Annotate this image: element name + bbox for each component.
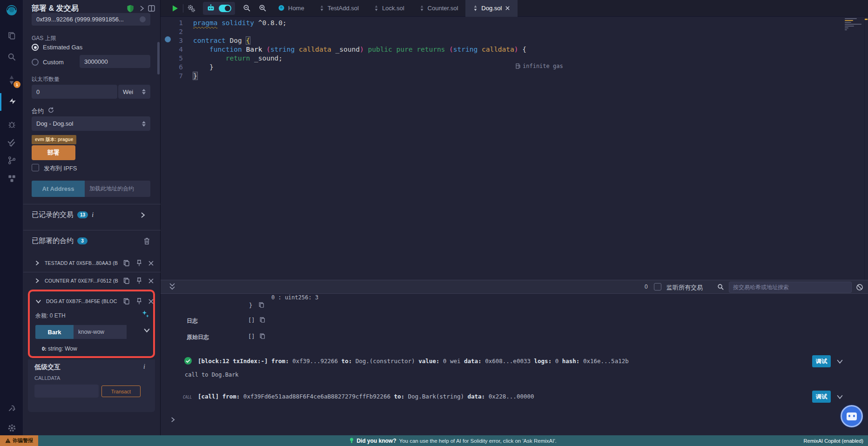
tx-log-call[interactable]: [call] from: 0xf39Fd6e51aad88F6F4ce6aB88… xyxy=(198,393,803,400)
info-icon[interactable]: i xyxy=(92,211,94,219)
remix-ai-assistant-button[interactable] xyxy=(841,405,863,427)
copy-icon[interactable] xyxy=(259,317,266,323)
code-line[interactable]: 2 xyxy=(161,27,868,36)
code-line[interactable]: 5 return _sound; xyxy=(161,54,868,63)
scrolled-return-line: 0 : uint256: 3 xyxy=(271,294,318,301)
custom-gas-input[interactable] xyxy=(80,55,150,68)
file-explorer-icon[interactable] xyxy=(0,27,23,44)
pin-icon[interactable] xyxy=(136,297,142,305)
scam-alert-badge[interactable]: 诈骗警报 xyxy=(0,435,38,446)
code-line[interactable]: 4 function Bark (string calldata _sound)… xyxy=(161,45,868,54)
value-unit-select[interactable]: Wei xyxy=(118,85,150,99)
robot-icon[interactable] xyxy=(207,4,215,12)
debug-button[interactable]: 调试 xyxy=(812,391,831,403)
panel-scrollbar[interactable] xyxy=(157,42,160,74)
expand-tx-chevron-icon[interactable] xyxy=(836,393,843,400)
terminal-expand-chevrons-icon[interactable] xyxy=(169,283,175,291)
forward-arrow-icon[interactable] xyxy=(139,5,145,12)
zoom-out-icon[interactable] xyxy=(239,0,255,17)
debugger-icon[interactable] xyxy=(0,115,23,133)
expand-chevron-icon[interactable] xyxy=(34,260,40,266)
git-icon[interactable] xyxy=(0,151,23,169)
plugin-manager-icon[interactable] xyxy=(0,169,23,187)
copy-icon[interactable] xyxy=(123,259,130,267)
expand-tx-chevron-icon[interactable] xyxy=(836,358,843,365)
tab-counter[interactable]: Counter.sol xyxy=(412,0,466,17)
tab-testadd[interactable]: TestAdd.sol xyxy=(312,0,366,17)
copy-icon[interactable] xyxy=(258,302,265,308)
pin-icon[interactable] xyxy=(136,277,142,284)
code-line[interactable]: 6 } xyxy=(161,63,868,72)
settings-gear-icon[interactable] xyxy=(0,419,23,437)
logs-value: [] xyxy=(248,317,255,324)
collapse-chevron-icon[interactable] xyxy=(35,298,41,304)
at-address-input[interactable]: 加载此地址的合约 xyxy=(85,181,150,197)
solidity-compiler-icon[interactable]: 1 xyxy=(0,71,23,89)
copilot-toggle[interactable] xyxy=(219,5,231,12)
script-config-gears-icon[interactable] xyxy=(183,0,199,17)
info-icon[interactable]: i xyxy=(143,363,145,371)
recorded-expand-chevron-icon[interactable] xyxy=(140,212,146,218)
copy-icon[interactable] xyxy=(123,297,130,305)
copy-icon[interactable] xyxy=(123,277,130,284)
code-line[interactable]: 3contract Dog { xyxy=(161,36,868,45)
pin-icon[interactable] xyxy=(136,259,142,267)
low-level-title: 低级交互 xyxy=(34,363,61,372)
expand-chevron-icon[interactable] xyxy=(34,278,40,284)
trash-icon[interactable] xyxy=(143,237,150,245)
value-input[interactable] xyxy=(32,85,117,99)
zoom-in-icon[interactable] xyxy=(255,0,270,17)
code-line[interactable]: 7} xyxy=(161,72,868,81)
listen-all-tx-checkbox[interactable] xyxy=(654,283,661,291)
tab-close-icon[interactable] xyxy=(505,6,510,11)
shield-icon[interactable] xyxy=(127,5,134,13)
panel-layout-icon[interactable] xyxy=(148,5,155,12)
overview-ruler[interactable] xyxy=(864,17,868,280)
tab-home[interactable]: Home xyxy=(270,0,312,17)
tools-icon[interactable] xyxy=(0,399,23,417)
search-icon[interactable] xyxy=(0,48,23,66)
remix-logo-icon[interactable] xyxy=(0,2,23,20)
contract-row-dog[interactable]: DOG AT 0XB7F...84F5E (BLOC xyxy=(23,293,161,309)
clear-console-ban-icon[interactable] xyxy=(856,284,863,291)
unit-stepper-icon[interactable] xyxy=(142,89,146,95)
terminal-caret-icon[interactable] xyxy=(170,417,176,423)
terminal-search-input[interactable] xyxy=(729,282,852,293)
code-editor[interactable]: 1pragma solidity ^0.8.0;23contract Dog {… xyxy=(161,17,868,280)
debug-button[interactable]: 调试 xyxy=(812,355,831,367)
bark-function-button[interactable]: Bark xyxy=(35,325,74,339)
recorded-transactions-header[interactable]: 已记录的交易 13 i xyxy=(32,210,94,219)
closing-brace: } xyxy=(249,302,252,309)
close-icon[interactable] xyxy=(148,298,154,304)
terminal-bar: 0 监听所有交易 xyxy=(161,280,868,294)
deploy-run-icon[interactable] xyxy=(0,93,23,111)
bark-arg-input[interactable] xyxy=(74,325,127,339)
copy-icon[interactable] xyxy=(259,333,266,339)
unit-testing-icon[interactable] xyxy=(0,134,23,151)
account-select[interactable]: 0xf39...92266 (9999.99891856... xyxy=(32,13,150,26)
close-icon[interactable] xyxy=(148,260,154,266)
terminal-body[interactable]: 0 : uint256: 3 } 日志 [] 原始日志 [] [block:12… xyxy=(161,294,868,435)
contract-row-counter[interactable]: COUNTER AT 0XE7F...F0512 (B xyxy=(23,273,161,289)
tx-log-deploy[interactable]: [block:12 txIndex:-] from: 0xf39...92266… xyxy=(198,358,803,365)
tab-lock[interactable]: Lock.sol xyxy=(366,0,412,17)
close-icon[interactable] xyxy=(148,278,154,284)
contract-row-testadd[interactable]: TESTADD AT 0X5FB...80AA3 (B xyxy=(23,255,161,271)
ipfs-checkbox[interactable] xyxy=(32,164,39,171)
run-script-play-icon[interactable] xyxy=(167,0,183,17)
refresh-icon[interactable] xyxy=(47,107,54,114)
code-lines[interactable]: 1pragma solidity ^0.8.0;23contract Dog {… xyxy=(161,19,868,81)
estimated-gas-radio[interactable] xyxy=(32,44,39,51)
contract-stepper-icon[interactable] xyxy=(142,121,146,127)
contract-select[interactable]: Dog - Dog.sol xyxy=(32,116,150,131)
at-address-button[interactable]: At Address xyxy=(32,181,85,197)
deploy-button[interactable]: 部署 xyxy=(32,145,75,160)
minimap[interactable] xyxy=(845,18,863,32)
custom-gas-radio[interactable] xyxy=(32,59,39,66)
ai-sparkle-icon[interactable] xyxy=(141,310,149,318)
expand-args-chevron-icon[interactable] xyxy=(143,327,150,334)
code-line[interactable]: 1pragma solidity ^0.8.0; xyxy=(161,19,868,27)
calldata-input[interactable] xyxy=(34,385,99,398)
tab-dog-active[interactable]: Dog.sol xyxy=(465,0,518,17)
transact-button[interactable]: Transact xyxy=(101,385,141,397)
